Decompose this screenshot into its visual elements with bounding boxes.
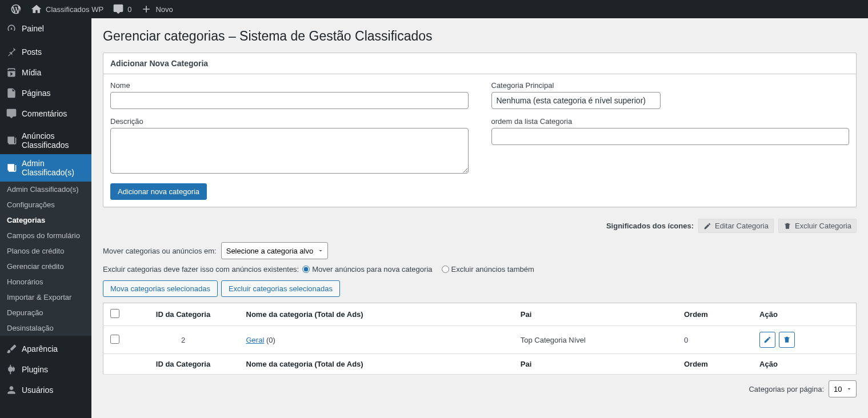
sidebar-item-comments[interactable]: Comentários: [0, 103, 91, 124]
sidebar-item-label: Plugins: [22, 365, 48, 374]
site-name: Classificados WP: [46, 5, 103, 14]
select-all-checkbox[interactable]: [110, 309, 119, 318]
pin-icon: [6, 46, 17, 58]
label-parent: Categoria Principal: [491, 81, 850, 90]
new-label: Novo: [155, 5, 173, 14]
per-page-label: Categorias por página:: [749, 385, 824, 393]
name-input[interactable]: [110, 92, 469, 109]
submenu-honorarios[interactable]: Honorários: [0, 274, 91, 290]
user-icon: [6, 384, 17, 396]
legend-delete: Excluir Categoria: [778, 219, 857, 233]
newspaper-icon: [6, 135, 17, 146]
per-page-select[interactable]: 10: [829, 380, 857, 397]
comments-link[interactable]: 0: [108, 0, 136, 18]
wp-logo[interactable]: [6, 0, 26, 18]
submenu-depuracao[interactable]: Depuração: [0, 305, 91, 320]
cell-name: Geral (0): [241, 326, 515, 354]
sidebar-item-label: Anúncios Classificados: [22, 131, 86, 150]
sidebar-item-admin-classificados[interactable]: Admin Classificado(s): [0, 154, 91, 182]
bulk-delete-button[interactable]: Excluir categorias selecionadas: [221, 280, 340, 297]
th-parent: Pai: [515, 303, 678, 326]
submenu-categorias[interactable]: Categorias: [0, 212, 91, 228]
plus-icon: [141, 3, 152, 15]
new-content-link[interactable]: Novo: [136, 0, 177, 18]
submenu-planos[interactable]: Planos de crédito: [0, 243, 91, 259]
legend-title: Significados dos ícones:: [606, 222, 694, 230]
plug-icon: [6, 364, 17, 375]
legend-edit: Editar Categoria: [698, 219, 774, 233]
tf-parent: Pai: [515, 354, 678, 375]
sidebar-item-posts[interactable]: Posts: [0, 42, 91, 62]
admin-sidebar: Painel Posts Mídia Páginas Comentários A…: [0, 18, 91, 418]
trash-icon: [783, 336, 791, 344]
submenu-gerenciar-credito[interactable]: Gerenciar crédito: [0, 259, 91, 274]
sidebar-item-dashboard[interactable]: Painel: [0, 18, 91, 39]
page-icon: [6, 87, 17, 99]
wordpress-icon: [10, 3, 22, 15]
submenu-admin-classificados[interactable]: Admin Classificado(s): [0, 182, 91, 197]
sidebar-item-appearance[interactable]: Aparência: [0, 339, 91, 359]
label-description: Descrição: [110, 117, 469, 126]
tf-order: Ordem: [678, 354, 754, 375]
cell-id: 2: [126, 326, 241, 354]
radio-delete[interactable]: [442, 266, 449, 273]
add-category-button[interactable]: Adicionar nova categoria: [110, 183, 207, 200]
brush-icon: [6, 343, 17, 355]
dashboard-icon: [6, 23, 17, 34]
edit-button[interactable]: [759, 332, 775, 348]
order-input[interactable]: [491, 128, 850, 145]
tf-action: Ação: [754, 354, 856, 375]
sidebar-item-pages[interactable]: Páginas: [0, 83, 91, 103]
submenu-desinstalacao[interactable]: Desinstalação: [0, 320, 91, 336]
delete-behavior-label: Excluir categorias deve fazer isso com a…: [103, 265, 299, 274]
radio-move[interactable]: [302, 266, 310, 273]
move-filter-row: Mover categorias ou anúncios em: Selecio…: [103, 242, 857, 259]
cell-order: 0: [678, 326, 754, 354]
delete-button[interactable]: [779, 332, 795, 348]
th-name: Nome da categoria (Total de Ads): [241, 303, 515, 326]
table-row: 2 Geral (0) Top Categoria Nível 0: [103, 326, 857, 354]
trash-icon: [783, 222, 791, 230]
tf-id: ID da Categoria: [126, 354, 241, 375]
submenu-configuracoes[interactable]: Configurações: [0, 197, 91, 212]
th-order: Ordem: [678, 303, 754, 326]
submenu-campos[interactable]: Campos do formulário: [0, 228, 91, 243]
comment-icon: [6, 108, 17, 119]
add-category-postbox: Adicionar Nova Categoria Nome Categoria …: [103, 53, 857, 207]
target-category-select[interactable]: Selecione a categoria alvo: [221, 242, 328, 259]
cell-parent: Top Categoria Nível: [515, 326, 678, 354]
sidebar-submenu: Admin Classificado(s) Configurações Cate…: [0, 182, 91, 336]
main-content: Gerenciar categorias – Sistema de Gestão…: [91, 18, 868, 418]
sidebar-item-plugins[interactable]: Plugins: [0, 359, 91, 380]
admin-bar: Classificados WP 0 Novo: [0, 0, 868, 18]
delete-behavior-row: Excluir categorias deve fazer isso com a…: [103, 265, 857, 274]
page-title: Gerenciar categorias – Sistema de Gestão…: [103, 29, 857, 44]
sidebar-item-media[interactable]: Mídia: [0, 62, 91, 83]
cell-action: [754, 326, 856, 354]
parent-select[interactable]: Nenhuma (esta categoria é nível superior…: [491, 92, 661, 109]
sidebar-item-ads[interactable]: Anúncios Classificados: [0, 127, 91, 154]
sidebar-item-users[interactable]: Usuários: [0, 380, 91, 400]
category-link[interactable]: Geral: [246, 336, 265, 344]
sidebar-item-label: Páginas: [22, 89, 51, 98]
th-id: ID da Categoria: [126, 303, 241, 326]
submenu-importar[interactable]: Importar & Exportar: [0, 290, 91, 305]
radio-move-label[interactable]: Mover anúncios para nova categoria: [302, 265, 432, 274]
label-order: ordem da lista Categoria: [491, 117, 850, 126]
description-input[interactable]: [110, 128, 469, 174]
th-action: Ação: [754, 303, 856, 326]
sidebar-item-label: Mídia: [22, 68, 41, 77]
sidebar-item-label: Comentários: [22, 109, 67, 118]
comments-count: 0: [127, 5, 131, 14]
bulk-move-button[interactable]: Mova categorias selecionadas: [103, 280, 218, 297]
pagination: Categorias por página: 10: [103, 380, 857, 397]
postbox-title: Adicionar Nova Categoria: [110, 59, 849, 68]
home-icon: [31, 3, 42, 15]
radio-delete-label[interactable]: Excluir anúncios também: [442, 265, 534, 274]
pencil-icon: [763, 336, 771, 344]
site-name-link[interactable]: Classificados WP: [26, 0, 108, 18]
row-checkbox[interactable]: [110, 335, 119, 344]
sidebar-item-label: Aparência: [22, 344, 58, 353]
comment-icon: [113, 3, 124, 15]
label-name: Nome: [110, 81, 469, 90]
